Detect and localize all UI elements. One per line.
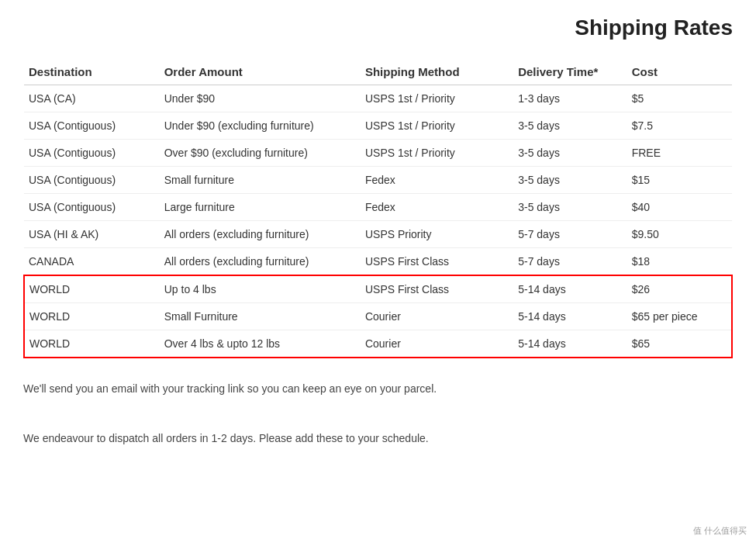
cell-order_amount: Over $90 (excluding furniture)	[160, 140, 361, 167]
cell-shipping_method: Fedex	[361, 194, 513, 221]
cell-cost: $65	[627, 330, 732, 358]
cell-delivery_time: 3-5 days	[513, 167, 627, 194]
page-title: Shipping Rates	[23, 16, 733, 40]
cell-shipping_method: Courier	[361, 303, 513, 330]
cell-delivery_time: 5-7 days	[513, 248, 627, 276]
table-row: USA (Contiguous)Large furnitureFedex3-5 …	[24, 194, 732, 221]
shipping-rates-table: Destination Order Amount Shipping Method…	[23, 59, 733, 358]
table-row: USA (Contiguous)Over $90 (excluding furn…	[24, 140, 732, 167]
cell-order_amount: Small Furniture	[160, 303, 361, 330]
cell-cost: $40	[627, 194, 732, 221]
cell-delivery_time: 3-5 days	[513, 140, 627, 167]
table-row: WORLDUp to 4 lbsUSPS First Class5-14 day…	[24, 275, 732, 303]
cell-cost: $9.50	[627, 221, 732, 248]
cell-order_amount: Small furniture	[160, 167, 361, 194]
footer-line1: We'll send you an email with your tracki…	[23, 380, 733, 397]
cell-destination: USA (Contiguous)	[24, 112, 160, 140]
cell-order_amount: Under $90	[160, 85, 361, 112]
table-row: USA (Contiguous)Under $90 (excluding fur…	[24, 112, 732, 140]
cell-order_amount: Large furniture	[160, 194, 361, 221]
cell-destination: USA (Contiguous)	[24, 194, 160, 221]
cell-shipping_method: USPS Priority	[361, 221, 513, 248]
cell-order_amount: Up to 4 lbs	[160, 275, 361, 303]
cell-shipping_method: USPS First Class	[361, 275, 513, 303]
watermark: 值 什么值得买	[693, 525, 747, 537]
cell-cost: $15	[627, 167, 732, 194]
cell-order_amount: All orders (excluding furniture)	[160, 221, 361, 248]
cell-order_amount: Under $90 (excluding furniture)	[160, 112, 361, 140]
table-row: USA (CA)Under $90USPS 1st / Priority1-3 …	[24, 85, 732, 112]
cell-destination: USA (Contiguous)	[24, 167, 160, 194]
cell-cost: $65 per piece	[627, 303, 732, 330]
col-header-cost: Cost	[627, 59, 732, 85]
cell-cost: $7.5	[627, 112, 732, 140]
cell-destination: WORLD	[24, 303, 160, 330]
col-header-shipping: Shipping Method	[361, 59, 513, 85]
table-row: CANADAAll orders (excluding furniture)US…	[24, 248, 732, 276]
cell-cost: $26	[627, 275, 732, 303]
col-header-destination: Destination	[24, 59, 160, 85]
cell-shipping_method: USPS First Class	[361, 248, 513, 276]
cell-destination: WORLD	[24, 275, 160, 303]
table-row: USA (HI & AK)All orders (excluding furni…	[24, 221, 732, 248]
cell-delivery_time: 5-14 days	[513, 275, 627, 303]
cell-order_amount: Over 4 lbs & upto 12 lbs	[160, 330, 361, 358]
cell-order_amount: All orders (excluding furniture)	[160, 248, 361, 276]
cell-shipping_method: USPS 1st / Priority	[361, 85, 513, 112]
cell-delivery_time: 1-3 days	[513, 85, 627, 112]
footer-line2: We endeavour to dispatch all orders in 1…	[23, 430, 733, 447]
cell-delivery_time: 3-5 days	[513, 112, 627, 140]
cell-destination: CANADA	[24, 248, 160, 276]
cell-shipping_method: USPS 1st / Priority	[361, 140, 513, 167]
cell-cost: $5	[627, 85, 732, 112]
cell-shipping_method: USPS 1st / Priority	[361, 112, 513, 140]
col-header-delivery: Delivery Time*	[513, 59, 627, 85]
cell-destination: WORLD	[24, 330, 160, 358]
cell-shipping_method: Fedex	[361, 167, 513, 194]
cell-shipping_method: Courier	[361, 330, 513, 358]
cell-cost: $18	[627, 248, 732, 276]
cell-delivery_time: 5-14 days	[513, 303, 627, 330]
cell-cost: FREE	[627, 140, 732, 167]
cell-destination: USA (CA)	[24, 85, 160, 112]
table-row: USA (Contiguous)Small furnitureFedex3-5 …	[24, 167, 732, 194]
cell-destination: USA (HI & AK)	[24, 221, 160, 248]
cell-destination: USA (Contiguous)	[24, 140, 160, 167]
col-header-order: Order Amount	[160, 59, 361, 85]
table-row: WORLDSmall FurnitureCourier5-14 days$65 …	[24, 303, 732, 330]
cell-delivery_time: 3-5 days	[513, 194, 627, 221]
cell-delivery_time: 5-14 days	[513, 330, 627, 358]
table-row: WORLDOver 4 lbs & upto 12 lbsCourier5-14…	[24, 330, 732, 358]
cell-delivery_time: 5-7 days	[513, 221, 627, 248]
